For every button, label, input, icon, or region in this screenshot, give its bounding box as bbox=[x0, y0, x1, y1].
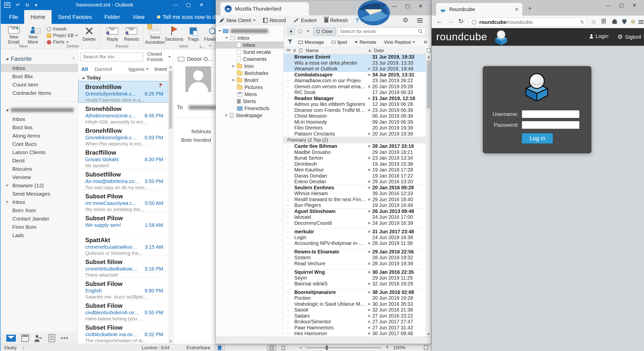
star-icon[interactable]: ☆ bbox=[284, 78, 291, 83]
reload-icon[interactable]: ↻ bbox=[458, 18, 464, 25]
ribbon-tab-send-faosies[interactable]: Send Faosies bbox=[52, 10, 98, 24]
star-icon[interactable]: ☆ bbox=[284, 107, 291, 113]
message-row[interactable]: ☆Christ Mession06 Jun 2019 09:39 bbox=[284, 113, 426, 119]
message-row[interactable]: ☆Admvs you liks eibborh Sgisners12 Jan 2… bbox=[284, 101, 426, 107]
star-icon[interactable]: ☆ bbox=[284, 197, 291, 202]
date-column-header[interactable]: Date bbox=[374, 48, 426, 53]
forward-icon[interactable]: → bbox=[447, 18, 454, 25]
message-row[interactable]: ☆Seym29 Jun 2019 11:29 bbox=[284, 275, 426, 281]
message-row[interactable]: ☆Browser Enient31 Jur 2019, 19:33 bbox=[284, 54, 426, 60]
close-button[interactable]: ✕ bbox=[195, 0, 208, 10]
message-row[interactable]: ☆Poction20 Jun 2019 19:28 bbox=[284, 295, 426, 301]
sidebar-item-denti[interactable]: Denti bbox=[1, 156, 78, 165]
message-row[interactable]: ☆Read Vechure28 Jun 2019 19:39 bbox=[284, 261, 426, 267]
more-nav-icon[interactable]: ••• bbox=[61, 335, 68, 342]
sidebar-item-boct-tios[interactable]: Boct tios bbox=[1, 123, 78, 131]
email-list-item[interactable]: SpattAktcronenefcuualcwikooemi...3:15 AM… bbox=[78, 234, 168, 256]
email-list-item[interactable]: Subset FilowcivdbleotsvbolernA.ovnin ...… bbox=[78, 300, 168, 322]
ignore-button[interactable]: Insoek bbox=[47, 26, 78, 32]
message-row[interactable]: ☆Oenvet.com verses email emali beliand..… bbox=[284, 84, 426, 90]
star-icon[interactable]: ☆ bbox=[284, 113, 291, 119]
star-icon[interactable]: ☆ bbox=[284, 290, 291, 295]
message-row[interactable]: ☆Bunat Serton23 Jan 2019 13:34 bbox=[284, 155, 426, 161]
normal-view-button[interactable] bbox=[267, 345, 276, 351]
star-icon[interactable]: ☆ bbox=[284, 275, 291, 281]
message-row[interactable]: ☆Danas Dondan19 Jan 2018 17:22 bbox=[284, 173, 426, 179]
email-list-item[interactable]: Subset Pilowrre:mewCaauvlywa.comat....5:… bbox=[78, 190, 168, 212]
attachment-column-icon[interactable] bbox=[299, 49, 302, 52]
dialog-launcher-icon[interactable] bbox=[200, 45, 204, 48]
star-icon[interactable]: ☆ bbox=[284, 331, 291, 336]
mail-nav-icon[interactable] bbox=[6, 335, 16, 342]
message-row[interactable]: ☆Aguel Stiinshown26 Jun 2013 09:48 bbox=[284, 208, 426, 214]
message-row[interactable]: ☆Readon Manager21 Jan 2019, 12:18 bbox=[284, 96, 426, 102]
quick-filter-icon[interactable] bbox=[288, 39, 292, 44]
star-icon[interactable]: ☆ bbox=[284, 119, 291, 125]
email-list-item[interactable]: BroxehtillowGrtmetullyertebenk.cemmi...8… bbox=[78, 81, 168, 103]
name-column-header[interactable]: Name bbox=[306, 48, 319, 53]
message-row[interactable]: ☆Bun Plegers19 Jun 2019 16:49 bbox=[284, 202, 426, 208]
folder-item-mens[interactable]: Mens bbox=[216, 91, 284, 98]
folder-item-sterts[interactable]: Sterts bbox=[216, 98, 284, 105]
message-row[interactable]: ☆Cante tlee Bihman28 Jan 2017 33:19 bbox=[284, 143, 426, 149]
message-row[interactable]: ☆Rewen-te Elnareatc29 Jan 2016 22:56 bbox=[284, 249, 426, 255]
sidebar-item-send-messages[interactable]: Send Messages bbox=[1, 190, 78, 198]
zoom-percent[interactable]: 100% bbox=[393, 345, 406, 350]
sidebar-item-browsee-12[interactable]: Browsee (12) bbox=[1, 181, 78, 190]
filter-tab-all[interactable]: All bbox=[81, 66, 88, 72]
account-header[interactable] bbox=[1, 105, 78, 115]
tab-close-icon[interactable]: ✕ bbox=[515, 7, 519, 12]
sidebar-item-contracler-items[interactable]: Contracler Items bbox=[1, 89, 78, 97]
message-row[interactable]: ☆Dirrinbeoh19 Jan 2019 15:38 bbox=[284, 161, 426, 167]
star-icon[interactable]: ☆ bbox=[284, 203, 291, 208]
message-row[interactable]: ☆Combalatssapre34 Jur 2019, 13:31 bbox=[284, 72, 426, 78]
calendar-nav-icon[interactable] bbox=[21, 334, 29, 342]
sidebar-item-inbox[interactable]: Inbox bbox=[1, 64, 78, 72]
username-field[interactable] bbox=[522, 110, 579, 118]
search-input[interactable] bbox=[81, 54, 147, 60]
shield-icon[interactable] bbox=[622, 19, 626, 24]
message-row[interactable]: ☆Piatasm Cimciants20 Jun 2019 19:39 bbox=[284, 131, 426, 137]
undo-icon[interactable]: ↶ bbox=[16, 2, 20, 8]
star-icon[interactable]: ☆ bbox=[284, 295, 291, 301]
message-row[interactable]: ☆lalosaid24 Jun 2016 17:00 bbox=[284, 214, 426, 220]
zoom-slider[interactable] bbox=[306, 347, 381, 348]
site-info-icon[interactable]: i bbox=[472, 20, 477, 25]
scroll-down-icon[interactable]: ▼ bbox=[426, 332, 431, 336]
message-row[interactable]: ☆Dicanoe com Friends Troffd Mx Hlis23 Ju… bbox=[284, 107, 426, 113]
extension-icon[interactable] bbox=[631, 19, 635, 24]
star-icon[interactable]: ☆ bbox=[284, 66, 291, 72]
message-row[interactable]: ☆Resilif trarward to the next Fimmcial29… bbox=[284, 197, 426, 203]
star-icon[interactable]: ☆ bbox=[284, 209, 291, 214]
star-icon[interactable]: ☆ bbox=[284, 235, 291, 240]
toolbar-button-record[interactable]: Record bbox=[263, 18, 286, 23]
message-row[interactable]: ☆Whnüe Hiesam39 Jun 2016 12:33 bbox=[284, 191, 426, 197]
sidebar-item-lads[interactable]: Lads bbox=[1, 231, 78, 239]
zoom-slider-thumb[interactable] bbox=[326, 345, 328, 350]
message-row[interactable]: ☆Wiis a essa oor deka phester23 Jur 2019… bbox=[284, 60, 426, 66]
ribbon-tab-file[interactable]: File bbox=[3, 10, 24, 24]
ribbon-tab-home[interactable]: Home bbox=[24, 10, 52, 24]
message-row[interactable]: ☆Seulern Eenhnes20 Jan 2016 09:28 bbox=[284, 185, 426, 191]
favorites-header[interactable]: Favorite bbox=[1, 54, 78, 64]
close-filter-icon[interactable]: ✕ bbox=[423, 39, 428, 45]
message-row[interactable]: ☆RIC Dook17 Jan 2019 06:33 bbox=[284, 90, 426, 96]
sidebar-item-along-items[interactable]: Along Items bbox=[1, 131, 78, 140]
message-row[interactable]: ☆Hes Hannonon30 Jun 2017 09:48 bbox=[284, 331, 426, 337]
email-list-item[interactable]: BronehfillowGmnekiksenelgsnk.com.a:...5:… bbox=[78, 125, 168, 147]
toolbar-button-new-clemt[interactable]: New Clemt bbox=[219, 18, 256, 23]
filter-dropdown-icon[interactable] bbox=[307, 30, 309, 32]
close-button[interactable]: ✕ bbox=[628, 1, 641, 11]
folder-item-boricharks[interactable]: Boricharks bbox=[216, 70, 284, 77]
star-icon[interactable]: ☆ bbox=[284, 167, 291, 173]
login-button[interactable]: Log in bbox=[522, 133, 553, 144]
star-icon[interactable]: ☆ bbox=[284, 249, 291, 255]
sidebar-item-contact-jiander[interactable]: Contact Jiander bbox=[1, 214, 78, 223]
sidebar-item-fiom-bom[interactable]: Fiom Bom bbox=[1, 223, 78, 231]
toolbar-button-refresh[interactable]: Refresh bbox=[324, 18, 348, 23]
new-items-button[interactable]: New More bbox=[23, 25, 43, 45]
star-icon[interactable]: ☆ bbox=[284, 125, 291, 131]
sidebar-item-boxt-blix[interactable]: Boxt Blix bbox=[1, 72, 78, 80]
star-icon[interactable]: ☆ bbox=[284, 261, 291, 266]
message-row[interactable]: ☆Login24 Jun 2019 16:39 bbox=[284, 235, 426, 241]
